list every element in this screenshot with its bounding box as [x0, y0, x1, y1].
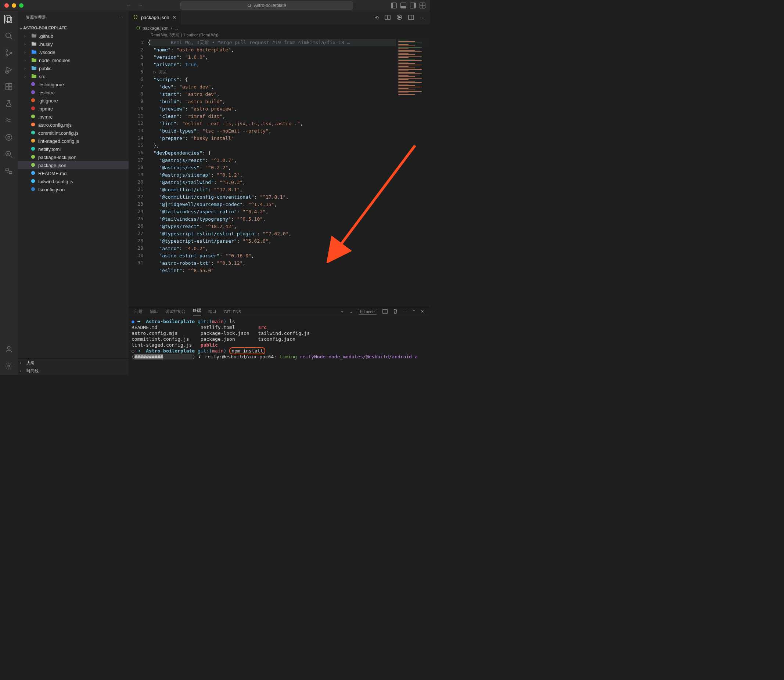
panel-tabs[interactable]: 问题 输出 调试控制台 终端 端口 GITLENS ＋ ⌄ node: [129, 306, 430, 317]
editor-action-icon[interactable]: ⟲: [375, 15, 379, 20]
folder-row[interactable]: ›.husky: [17, 40, 129, 48]
file-icon: [30, 170, 36, 176]
terminal-shell-badge[interactable]: node: [358, 309, 377, 315]
svg-point-17: [6, 151, 11, 156]
svg-point-6: [6, 50, 8, 51]
file-row[interactable]: .eslintrc: [17, 88, 129, 96]
panel-tab-ports[interactable]: 端口: [208, 309, 216, 314]
explorer-title: 资源管理器: [26, 15, 46, 20]
toggle-panel-icon[interactable]: [401, 3, 406, 8]
svg-rect-3: [7, 17, 12, 23]
panel-tab-terminal[interactable]: 终端: [193, 308, 201, 315]
activity-gitlens-inspect-icon[interactable]: [5, 150, 13, 159]
file-row[interactable]: lint-staged.config.js: [17, 137, 129, 145]
file-row[interactable]: README.md: [17, 169, 129, 177]
toggle-sidebar-icon[interactable]: [391, 3, 397, 8]
file-icon: [30, 162, 36, 168]
activity-debug-icon[interactable]: [5, 65, 13, 74]
activity-explorer-icon[interactable]: [5, 15, 13, 24]
minimap[interactable]: [396, 39, 430, 112]
outline-section[interactable]: ›大纲: [17, 359, 129, 367]
maximize-window-icon[interactable]: [19, 3, 24, 8]
close-window-icon[interactable]: [5, 3, 9, 8]
customize-layout-icon[interactable]: [420, 3, 426, 8]
timeline-section[interactable]: ›时间线: [17, 367, 129, 375]
file-icon: [30, 146, 36, 153]
new-terminal-icon[interactable]: ＋: [340, 309, 344, 314]
panel-close-icon[interactable]: ✕: [421, 309, 424, 314]
terminal[interactable]: ● ➜ Astro-boilerplate git:(main) ls READ…: [129, 317, 430, 375]
activity-search-icon[interactable]: [5, 31, 13, 40]
activity-settings-icon[interactable]: [5, 362, 13, 370]
svg-point-31: [31, 139, 35, 142]
close-tab-icon[interactable]: ✕: [172, 15, 176, 20]
editor-compare-icon[interactable]: [385, 14, 391, 21]
folder-row[interactable]: ›public: [17, 64, 129, 72]
panel-maximize-icon[interactable]: ⌃: [412, 309, 415, 314]
activity-tailwind-icon[interactable]: [5, 116, 13, 125]
code-editor[interactable]: { Remi Wg, 3天前 • Merge pull request #19 …: [148, 39, 430, 306]
folder-row[interactable]: ›src: [17, 72, 129, 80]
project-folder-header[interactable]: ⌄ ASTRO-BOILERPLATE: [17, 24, 129, 32]
tab-label: package.json: [141, 15, 169, 20]
svg-point-8: [10, 52, 12, 54]
file-tree[interactable]: ›.github›.husky›.vscode›node_modules›pub…: [17, 32, 129, 358]
file-row[interactable]: .eslintignore: [17, 80, 129, 88]
explorer-more-icon[interactable]: ⋯: [119, 15, 123, 20]
toggle-secondary-sidebar-icon[interactable]: [410, 3, 416, 8]
file-icon: [30, 90, 36, 96]
activity-account-icon[interactable]: [5, 345, 13, 354]
breadcrumb[interactable]: package.json › ...: [129, 24, 430, 32]
activity-misc-icon[interactable]: [5, 167, 13, 176]
editor-tab-package-json[interactable]: package.json ✕: [129, 11, 181, 24]
svg-rect-39: [388, 15, 390, 19]
file-row[interactable]: netlify.toml: [17, 145, 129, 153]
svg-line-19: [10, 156, 12, 158]
folder-icon: [31, 73, 37, 80]
svg-point-30: [31, 130, 35, 134]
kill-terminal-icon[interactable]: [393, 309, 398, 315]
svg-point-37: [31, 187, 35, 191]
folder-row[interactable]: ›.github: [17, 32, 129, 40]
svg-rect-14: [9, 87, 12, 90]
folder-row[interactable]: ›.vscode: [17, 48, 129, 56]
panel-tab-problems[interactable]: 问题: [134, 309, 142, 314]
file-row[interactable]: .npmrc: [17, 105, 129, 113]
editor-more-icon[interactable]: ⋯: [420, 15, 425, 20]
panel-more-icon[interactable]: ⋯: [403, 309, 407, 314]
activity-testing-icon[interactable]: [5, 99, 13, 108]
svg-point-7: [6, 54, 8, 56]
activity-gitlens-icon[interactable]: [5, 133, 13, 142]
folder-row[interactable]: ›node_modules: [17, 56, 129, 64]
svg-rect-11: [6, 84, 8, 86]
folder-icon: [31, 65, 37, 72]
file-row[interactable]: tailwind.config.js: [17, 177, 129, 186]
svg-point-29: [31, 122, 35, 126]
minimize-window-icon[interactable]: [12, 3, 16, 8]
file-row[interactable]: tsconfig.json: [17, 186, 129, 194]
svg-marker-41: [399, 16, 401, 18]
file-row[interactable]: commitlint.config.js: [17, 129, 129, 137]
file-row[interactable]: package.json: [17, 161, 129, 169]
command-center-search[interactable]: Astro-boilerplate: [180, 2, 353, 9]
nav-forward-icon[interactable]: →: [138, 3, 142, 8]
panel-tab-output[interactable]: 输出: [150, 309, 158, 314]
file-row[interactable]: astro.config.mjs: [17, 121, 129, 129]
file-row[interactable]: package-lock.json: [17, 153, 129, 161]
activity-extensions-icon[interactable]: [5, 82, 13, 91]
panel-tab-debugconsole[interactable]: 调试控制台: [165, 309, 186, 314]
editor-split-icon[interactable]: [408, 14, 414, 21]
editor-run-icon[interactable]: [396, 14, 402, 21]
activity-scm-icon[interactable]: [5, 49, 13, 57]
nav-back-icon[interactable]: ←: [126, 3, 131, 8]
window-controls[interactable]: [5, 3, 24, 8]
codelens[interactable]: Remi Wg, 3天前 | 1 author (Remi Wg): [129, 32, 430, 39]
terminal-chevron-icon[interactable]: ⌄: [349, 309, 353, 314]
file-row[interactable]: .nvmrc: [17, 113, 129, 121]
file-icon: [30, 122, 36, 128]
file-row[interactable]: .gitignore: [17, 96, 129, 105]
project-name: ASTRO-BOILERPLATE: [23, 26, 67, 30]
split-terminal-icon[interactable]: [382, 309, 388, 315]
panel-tab-gitlens[interactable]: GITLENS: [224, 310, 241, 314]
svg-rect-21: [9, 172, 12, 174]
